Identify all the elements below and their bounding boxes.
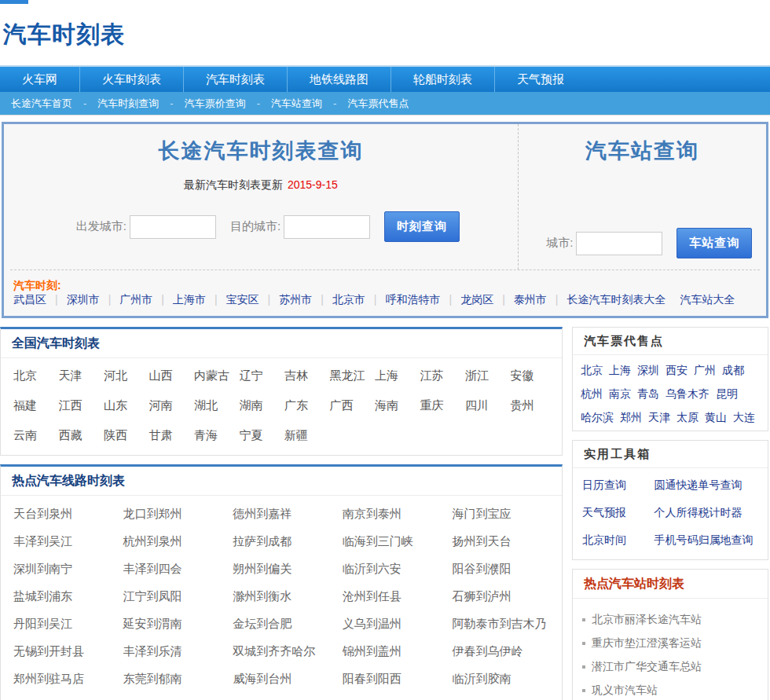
- province-link[interactable]: 山东: [104, 398, 149, 413]
- station-link[interactable]: 北京市丽泽长途汽车站: [581, 608, 760, 632]
- route-link[interactable]: 南京到泰州: [343, 507, 453, 522]
- quick-link[interactable]: 泰州市: [493, 293, 547, 307]
- route-link[interactable]: 石狮到泸州: [452, 589, 562, 604]
- route-link[interactable]: 德州到嘉祥: [233, 507, 343, 522]
- tool-link[interactable]: 日历查询: [582, 478, 654, 493]
- province-link[interactable]: 河北: [104, 368, 149, 383]
- province-link[interactable]: 浙江: [465, 368, 511, 383]
- quick-link[interactable]: 广州市: [100, 293, 153, 307]
- tool-link[interactable]: 北京时间: [582, 533, 654, 548]
- station-search-button[interactable]: 车站查询: [676, 228, 752, 258]
- province-link[interactable]: 湖北: [194, 398, 240, 413]
- province-link[interactable]: 广东: [284, 398, 330, 413]
- agency-city-link[interactable]: 太原: [676, 412, 698, 423]
- route-link[interactable]: 临沂到胶南: [452, 672, 562, 687]
- province-link[interactable]: 青海: [194, 428, 240, 443]
- province-link[interactable]: 安徽: [511, 368, 556, 383]
- route-link[interactable]: 双城到齐齐哈尔: [233, 644, 343, 659]
- province-link[interactable]: 四川: [465, 398, 511, 413]
- main-nav-item[interactable]: 天气预报: [494, 67, 586, 92]
- main-nav-item[interactable]: 火车网: [0, 67, 79, 92]
- route-link[interactable]: 威海到台州: [233, 672, 343, 687]
- main-nav-item[interactable]: 汽车时刻表: [183, 67, 287, 92]
- site-logo[interactable]: 汽车时刻表: [3, 21, 125, 47]
- province-link[interactable]: 内蒙古: [194, 368, 240, 383]
- quick-link[interactable]: 武昌区: [13, 293, 46, 307]
- province-link[interactable]: 贵州: [511, 398, 556, 413]
- route-link[interactable]: 丰泽到四会: [123, 562, 233, 577]
- route-link[interactable]: 金坛到合肥: [233, 617, 343, 632]
- province-link[interactable]: 新疆: [284, 428, 330, 443]
- quick-link[interactable]: 呼和浩特市: [365, 293, 441, 307]
- station-link[interactable]: 重庆市垫江澄溪客运站: [581, 632, 760, 655]
- quick-link[interactable]: 龙岗区: [440, 293, 493, 307]
- province-link[interactable]: 宁夏: [240, 428, 285, 443]
- agency-city-link[interactable]: 黄山: [705, 412, 727, 423]
- province-link[interactable]: 甘肃: [149, 428, 195, 443]
- province-link[interactable]: 北京: [13, 368, 59, 383]
- sub-nav-item[interactable]: 长途汽车首页: [11, 97, 72, 111]
- schedule-search-button[interactable]: 时刻查询: [384, 211, 460, 242]
- agency-city-link[interactable]: 北京: [581, 365, 603, 376]
- main-nav-item[interactable]: 火车时刻表: [79, 67, 183, 92]
- route-link[interactable]: 丹阳到吴江: [13, 617, 123, 632]
- province-link[interactable]: 黑龙江: [330, 368, 376, 383]
- route-link[interactable]: 龙口到郑州: [123, 507, 233, 522]
- tool-link[interactable]: 手机号码归属地查询: [654, 533, 758, 548]
- province-link[interactable]: 吉林: [284, 368, 330, 383]
- route-link[interactable]: 锦州到盖州: [343, 644, 453, 659]
- route-link[interactable]: 盐城到浦东: [13, 589, 123, 604]
- route-link[interactable]: 海门到宝应: [452, 507, 562, 522]
- quick-link[interactable]: 深圳市: [46, 293, 100, 307]
- quick-link[interactable]: 苏州市: [259, 293, 313, 307]
- sub-nav-item[interactable]: 汽车票价查询: [159, 97, 245, 111]
- route-link[interactable]: 东莞到郁南: [123, 672, 233, 687]
- route-link[interactable]: 滁州到衡水: [233, 589, 343, 604]
- province-link[interactable]: 江西: [59, 398, 104, 413]
- route-link[interactable]: 无锡到开封县: [13, 644, 123, 659]
- main-nav-item[interactable]: 轮船时刻表: [390, 67, 494, 92]
- route-link[interactable]: 拉萨到成都: [233, 534, 343, 549]
- dest-city-input[interactable]: [284, 215, 370, 239]
- station-link[interactable]: 潜江市广华交通车总站: [581, 655, 760, 679]
- province-link[interactable]: 上海: [375, 368, 420, 383]
- route-link[interactable]: 临海到三门峡: [343, 534, 453, 549]
- tool-link[interactable]: 天气预报: [582, 506, 654, 520]
- route-link[interactable]: 阳春到阳西: [343, 672, 453, 687]
- province-link[interactable]: 辽宁: [240, 368, 285, 383]
- quick-link[interactable]: 北京市: [312, 293, 365, 307]
- city-input[interactable]: [576, 232, 662, 255]
- agency-city-link[interactable]: 杭州: [581, 388, 603, 399]
- sub-nav-item[interactable]: 汽车时刻查询: [72, 97, 159, 111]
- agency-city-link[interactable]: 郑州: [620, 412, 642, 423]
- agency-city-link[interactable]: 昆明: [716, 388, 738, 399]
- agency-city-link[interactable]: 深圳: [637, 365, 659, 376]
- province-link[interactable]: 湖南: [240, 398, 285, 413]
- route-link[interactable]: 天台到泉州: [13, 507, 123, 522]
- province-link[interactable]: 广西: [330, 398, 376, 413]
- province-link[interactable]: 云南: [13, 428, 59, 443]
- province-link[interactable]: 河南: [149, 398, 195, 413]
- tool-link[interactable]: 个人所得税计时器: [654, 506, 758, 520]
- sub-nav-item[interactable]: 汽车站查询: [246, 97, 322, 111]
- agency-city-link[interactable]: 天津: [648, 412, 670, 423]
- route-link[interactable]: 郑州到驻马店: [13, 672, 123, 687]
- province-link[interactable]: 重庆: [420, 398, 466, 413]
- route-link[interactable]: 沧州到任县: [343, 589, 453, 604]
- quick-link[interactable]: 宝安区: [206, 293, 259, 307]
- agency-city-link[interactable]: 青岛: [637, 388, 659, 399]
- tool-link[interactable]: 圆通快递单号查询: [654, 478, 758, 493]
- agency-city-link[interactable]: 西安: [666, 365, 688, 376]
- agency-city-link[interactable]: 南京: [609, 388, 631, 399]
- quick-link[interactable]: 汽车站大全: [666, 293, 735, 307]
- agency-city-link[interactable]: 广州: [694, 365, 716, 376]
- route-link[interactable]: 临沂到六安: [343, 562, 453, 577]
- province-link[interactable]: 山西: [149, 368, 195, 383]
- route-link[interactable]: 江宁到凤阳: [123, 589, 233, 604]
- route-link[interactable]: 丰泽到乐清: [123, 644, 233, 659]
- route-link[interactable]: 朔州到偏关: [233, 562, 343, 577]
- agency-city-link[interactable]: 成都: [722, 365, 744, 376]
- province-link[interactable]: 天津: [59, 368, 104, 383]
- route-link[interactable]: 阳谷到濮阳: [452, 562, 562, 577]
- station-link[interactable]: 巩义市汽车站: [581, 679, 760, 700]
